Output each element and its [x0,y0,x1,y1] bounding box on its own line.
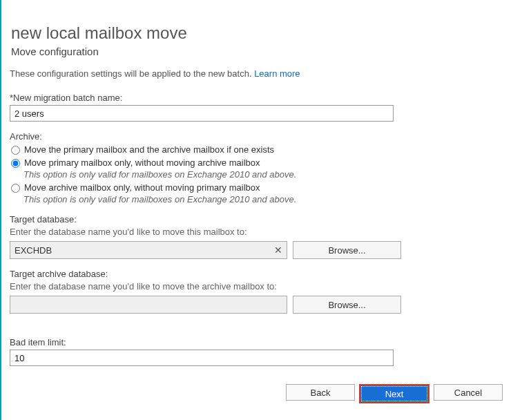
description: These configuration settings will be app… [10,68,508,79]
archive-option-archive-hint: This option is only valid for mailboxes … [23,194,508,204]
footer-buttons: Back Next Cancel [286,384,503,403]
target-db-label: Target database: [10,214,508,225]
archive-section: Archive: Move the primary mailbox and th… [10,131,508,204]
target-db-browse-button[interactable]: Browse... [293,241,401,259]
target-archive-db-help: Enter the database name you'd like to mo… [10,281,508,292]
back-button[interactable]: Back [286,384,355,401]
archive-radio-archive[interactable] [11,184,20,193]
archive-option-primary-label: Move primary mailbox only, without movin… [24,158,260,168]
page-title: new local mailbox move [11,23,508,43]
target-db-help: Enter the database name you'd like to mo… [10,227,508,237]
batch-name-section: *New migration batch name: [10,93,508,122]
archive-label: Archive: [10,131,508,142]
dialog-content: new local mailbox move Move configuratio… [1,0,522,366]
target-db-input[interactable] [10,241,287,259]
batch-name-input[interactable] [10,105,394,122]
archive-radio-primary[interactable] [11,159,20,168]
description-text: These configuration settings will be app… [10,68,252,79]
bad-item-input[interactable] [10,350,394,366]
dialog-frame: new local mailbox move Move configuratio… [0,0,522,420]
archive-option-archive-label: Move archive mailbox only, without movin… [24,182,260,193]
next-button[interactable]: Next [361,386,427,401]
archive-option-primary: Move primary mailbox only, without movin… [11,158,508,168]
archive-option-both-label: Move the primary mailbox and the archive… [24,144,274,155]
target-archive-db-label: Target archive database: [10,269,508,279]
archive-option-both: Move the primary mailbox and the archive… [11,144,508,155]
bad-item-section: Bad item limit: [10,337,508,366]
archive-option-archive: Move archive mailbox only, without movin… [11,182,508,193]
learn-more-link[interactable]: Learn more [254,68,300,79]
archive-option-primary-hint: This option is only valid for mailboxes … [23,169,508,180]
cancel-button[interactable]: Cancel [434,384,503,401]
page-subtitle: Move configuration [11,46,508,57]
target-archive-db-browse-button[interactable]: Browse... [293,296,401,314]
target-archive-db-section: Target archive database: Enter the datab… [10,269,508,314]
next-highlight: Next [359,384,429,403]
archive-radio-both[interactable] [11,146,20,155]
clear-icon[interactable]: ✕ [272,244,284,256]
batch-name-label: *New migration batch name: [10,93,508,103]
target-db-section: Target database: Enter the database name… [10,214,508,259]
bad-item-label: Bad item limit: [10,337,508,347]
target-archive-db-input[interactable] [10,296,287,314]
